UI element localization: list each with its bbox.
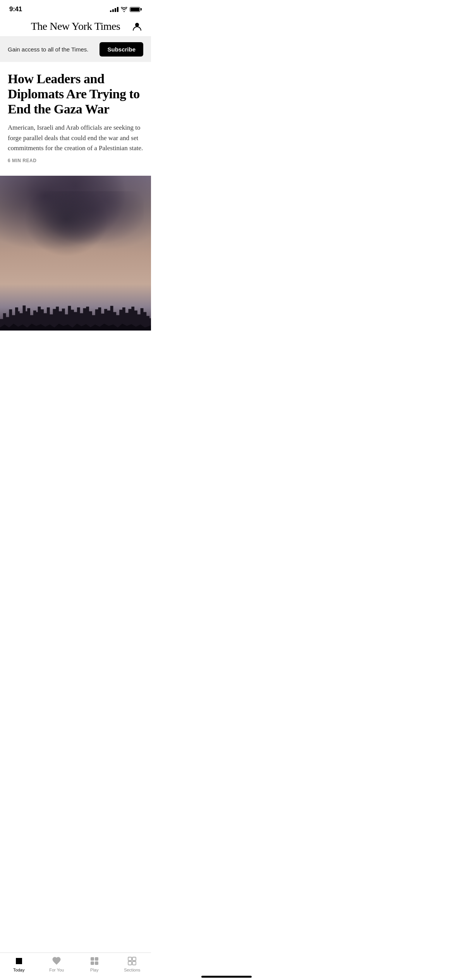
battery-icon [130,7,142,12]
status-time: 9:41 [9,5,22,13]
article-image[interactable] [0,176,151,331]
read-time: 6 MIN READ [8,158,143,163]
nyt-logo: The New York Times [31,20,120,33]
article-headline[interactable]: How Leaders and Diplomats Are Trying to … [8,71,143,117]
subscribe-banner: Gain access to all of the Times. Subscri… [0,37,151,62]
signal-icon [110,7,118,12]
status-icons [110,7,142,12]
wifi-icon [121,7,127,12]
subscribe-button[interactable]: Subscribe [100,42,143,57]
subscribe-banner-text: Gain access to all of the Times. [8,46,88,53]
status-bar: 9:41 [0,0,151,17]
article-summary: American, Israeli and Arab officials are… [8,123,143,153]
scroll-area: How Leaders and Diplomats Are Trying to … [0,62,151,365]
account-icon[interactable] [131,20,143,33]
article-image-placeholder [0,176,151,331]
article-content: How Leaders and Diplomats Are Trying to … [0,62,151,176]
svg-point-0 [135,23,139,27]
app-header: The New York Times [0,17,151,37]
